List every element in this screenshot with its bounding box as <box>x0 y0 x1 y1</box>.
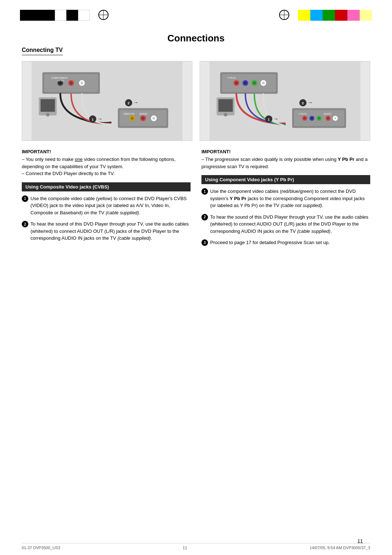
bw-block-4 <box>55 10 66 21</box>
svg-text:1: 1 <box>268 117 270 121</box>
list-right-item-3: 3 Proceed to page 17 for detailed Progre… <box>201 239 370 246</box>
bw-blocks <box>20 10 90 21</box>
footer-right: 14/07/05, 9:54 AM DVP3005/37_3 <box>310 546 370 550</box>
svg-text:2: 2 <box>302 101 304 105</box>
section-left-label: Using Composite Video jacks (CVBS) <box>22 182 191 191</box>
color-green <box>323 10 335 21</box>
num-1-right: 1 <box>201 188 208 195</box>
footer-center: 11 <box>183 546 187 550</box>
color-lightyellow <box>360 10 372 21</box>
section-heading: Connecting TV <box>22 47 63 55</box>
svg-point-57 <box>327 117 329 119</box>
bar-right <box>279 10 372 21</box>
svg-point-53 <box>311 117 313 119</box>
num-2-right: 2 <box>201 214 208 220</box>
svg-text:→: → <box>307 100 313 105</box>
important-right: IMPORTANT! – The progressive scan video … <box>201 149 370 170</box>
svg-point-22 <box>142 117 144 120</box>
svg-text:AUDIO: AUDIO <box>139 113 148 115</box>
svg-point-55 <box>318 117 320 119</box>
svg-rect-12 <box>41 99 55 112</box>
list-left-item-2: 2 To hear the sound of this DVD Player t… <box>22 220 191 242</box>
top-decorative-bar <box>0 8 392 23</box>
svg-point-40 <box>262 81 265 84</box>
svg-point-4 <box>59 81 62 84</box>
svg-text:2: 2 <box>127 101 130 105</box>
important-left-text: – You only need to make one video connec… <box>22 156 191 177</box>
svg-text:→: → <box>97 116 102 122</box>
svg-point-36 <box>244 81 247 84</box>
color-blocks <box>298 10 372 21</box>
diagram-right: Y Pb Pr 1 → <box>200 61 370 141</box>
list-right-text-2: To hear the sound of this DVD Player thr… <box>210 214 370 235</box>
two-columns: IMPORTANT! – You only need to make one v… <box>22 149 370 251</box>
svg-point-13 <box>46 113 50 117</box>
bw-block-3 <box>43 10 55 21</box>
svg-point-34 <box>235 81 238 84</box>
important-left-title: IMPORTANT! <box>22 149 191 154</box>
num-2-left: 2 <box>22 221 28 227</box>
svg-point-44 <box>224 113 228 117</box>
svg-text:AUDIO: AUDIO <box>324 113 331 115</box>
diagram-left-svg: COMPONENT VIDEO 1 → <box>22 61 192 141</box>
color-red <box>335 10 347 21</box>
bw-block-2 <box>32 10 43 21</box>
num-1-left: 1 <box>22 195 28 202</box>
diagram-right-svg: Y Pb Pr 1 → <box>200 61 370 141</box>
list-right-text-1: Use the component video cables (red/blue… <box>210 188 370 209</box>
important-right-title: IMPORTANT! <box>201 149 370 154</box>
svg-point-20 <box>131 117 134 120</box>
svg-point-6 <box>70 81 73 84</box>
svg-text:1: 1 <box>91 117 94 121</box>
list-left: 1 Use the composite video cable (yellow)… <box>22 195 191 242</box>
svg-text:Y Pb Pr: Y Pb Pr <box>299 113 307 115</box>
crosshair-left <box>98 10 109 21</box>
col-right: IMPORTANT! – The progressive scan video … <box>201 149 370 251</box>
svg-text:VIDEO IN: VIDEO IN <box>123 113 134 115</box>
important-right-text: – The progressive scan video quality is … <box>201 156 370 170</box>
svg-rect-43 <box>219 99 233 112</box>
footer: 01-37 DVP3500_US3 11 14/07/05, 9:54 AM D… <box>22 543 370 550</box>
color-blue <box>310 10 323 21</box>
bw-block-5 <box>66 10 78 21</box>
color-yellow <box>298 10 310 21</box>
underline-one: one <box>75 157 83 162</box>
col-left: IMPORTANT! – You only need to make one v… <box>22 149 191 251</box>
svg-text:VIDEO: VIDEO <box>57 80 64 82</box>
svg-point-24 <box>152 117 155 120</box>
section-right-label: Using Component Video jacks (Y Pb Pr) <box>201 175 370 184</box>
list-right-item-2: 2 To hear the sound of this DVD Player t… <box>201 214 370 235</box>
svg-point-59 <box>334 117 336 119</box>
svg-text:Y Pb Pr: Y Pb Pr <box>227 77 236 79</box>
page-content: Connections Connecting TV COMPONENT <box>22 29 370 533</box>
bw-block-6 <box>78 10 90 21</box>
crosshair-right <box>279 10 289 21</box>
diagram-left: COMPONENT VIDEO 1 → <box>22 61 192 141</box>
footer-left: 01-37 DVP3500_US3 <box>22 546 60 550</box>
color-pink <box>347 10 360 21</box>
list-left-text-2: To hear the sound of this DVD Player thr… <box>30 220 191 242</box>
svg-point-8 <box>81 81 83 84</box>
svg-text:→: → <box>273 116 278 122</box>
important-left: IMPORTANT! – You only need to make one v… <box>22 149 191 177</box>
svg-text:→: → <box>133 100 138 105</box>
num-3-right: 3 <box>201 239 208 246</box>
list-right-text-3: Proceed to page 17 for detailed Progress… <box>210 239 370 246</box>
svg-point-51 <box>304 117 306 119</box>
list-right-item-1: 1 Use the component video cables (red/bl… <box>201 188 370 209</box>
page-title: Connections <box>22 33 370 44</box>
bw-block-1 <box>20 10 32 21</box>
diagrams-row: COMPONENT VIDEO 1 → <box>22 61 370 141</box>
list-right: 1 Use the component video cables (red/bl… <box>201 188 370 246</box>
svg-point-38 <box>253 81 256 84</box>
list-left-text-1: Use the composite video cable (yellow) t… <box>30 195 191 216</box>
list-left-item-1: 1 Use the composite video cable (yellow)… <box>22 195 191 216</box>
bar-left <box>20 10 109 21</box>
svg-text:COMPONENT: COMPONENT <box>51 77 68 79</box>
